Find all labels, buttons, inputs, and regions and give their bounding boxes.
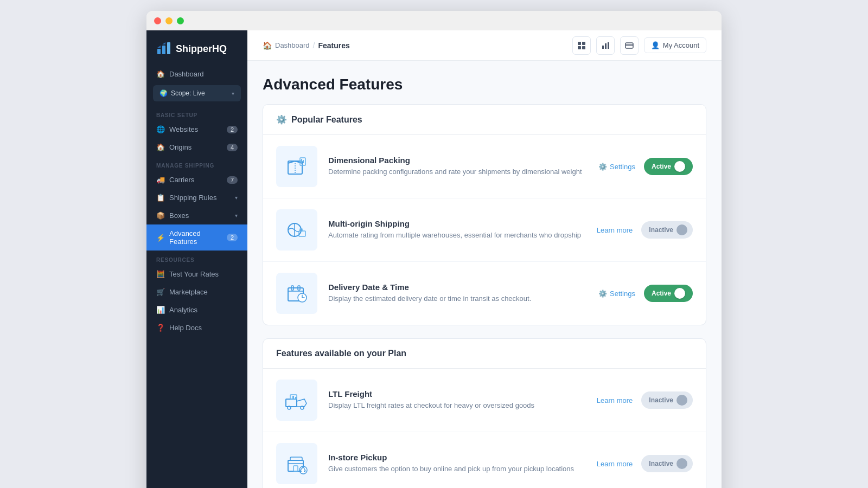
feature-row-dimensional-packing: Dimensional Packing Determine packing co… (263, 135, 706, 198)
toggle-delivery-date[interactable]: Active (644, 285, 693, 302)
svg-rect-2 (167, 42, 170, 54)
sidebar-item-test-your-rates[interactable]: 🧮 Test Your Rates (146, 265, 247, 283)
sidebar-nav: BASIC SETUP 🌐 Websites 2 🏠 Origins 4 (146, 106, 247, 483)
feature-row-delivery-date: Delivery Date & Time Display the estimat… (263, 262, 706, 325)
scope-dropdown[interactable]: 🌍 Scope: Live ▾ (153, 85, 241, 101)
logo-text: ShipperHQ (176, 43, 227, 55)
carriers-label: Carriers (169, 176, 194, 184)
maximize-dot[interactable] (177, 17, 184, 24)
feature-controls-delivery-date: ⚙️ Settings Active (598, 285, 693, 302)
account-label: My Account (663, 41, 699, 49)
feature-info-ltl-freight: LTL Freight Display LTL freight rates at… (328, 389, 586, 410)
marketplace-label: Marketplace (169, 288, 208, 296)
toggle-circle-delivery-date (674, 288, 685, 299)
feature-desc-multi-origin: Automate rating from multiple warehouses… (328, 230, 586, 240)
feature-controls-instore-pickup: Learn more Inactive (597, 455, 693, 472)
toggle-circle-dimensional-packing (674, 161, 685, 172)
carriers-badge: 7 (227, 176, 238, 184)
section-label-resources: RESOURCES (146, 251, 247, 265)
origins-label: Origins (169, 143, 192, 151)
breadcrumb-separator: / (313, 41, 315, 50)
feature-info-delivery-date: Delivery Date & Time Display the estimat… (328, 282, 588, 304)
breadcrumb-home: Dashboard (275, 41, 310, 49)
websites-icon: 🌐 (156, 125, 165, 133)
chart-icon-button[interactable] (596, 36, 615, 55)
svg-rect-28 (286, 399, 297, 407)
feature-thumb-delivery-date (276, 273, 317, 314)
settings-link-dimensional-packing[interactable]: ⚙️ Settings (598, 163, 635, 171)
learn-link-instore-pickup[interactable]: Learn more (597, 460, 633, 468)
sidebar-item-carriers[interactable]: 🚚 Carriers 7 (146, 171, 247, 189)
shipping-rules-icon: 📋 (156, 194, 165, 202)
toggle-circle-ltl-freight (676, 395, 687, 406)
websites-badge: 2 (227, 126, 238, 133)
svg-point-38 (304, 471, 305, 472)
feature-info-multi-origin: Multi-origin Shipping Automate rating fr… (328, 219, 586, 240)
svg-rect-33 (295, 397, 297, 399)
app-body: ShipperHQ 🏠 Dashboard 🌍 Scope: Live ▾ (146, 30, 722, 488)
svg-rect-14 (608, 42, 609, 49)
sidebar-item-shipping-rules[interactable]: 📋 Shipping Rules ▾ (146, 189, 247, 207)
feature-desc-instore-pickup: Give customers the option to buy online … (328, 464, 586, 474)
sidebar-item-marketplace[interactable]: 🛒 Marketplace (146, 283, 247, 301)
svg-rect-13 (605, 43, 607, 49)
popular-section-icon: ⚙️ (276, 114, 287, 125)
chevron-boxes-icon: ▾ (235, 213, 238, 219)
grid-icon-button[interactable] (572, 36, 591, 55)
toggle-ltl-freight[interactable]: Inactive (641, 391, 693, 409)
chevron-down-icon: ▾ (232, 91, 234, 97)
plan-features-section: Features available on your Plan (263, 338, 706, 488)
carriers-icon: 🚚 (156, 176, 165, 184)
sidebar-logo: ShipperHQ (146, 30, 247, 65)
svg-rect-11 (582, 46, 585, 49)
sidebar-item-boxes[interactable]: 📦 Boxes ▾ (146, 207, 247, 224)
page-content: Advanced Features ⚙️ Popular Features (247, 61, 722, 488)
feature-row-instore-pickup: In-store Pickup Give customers the optio… (263, 432, 706, 488)
settings-gear-delivery-icon: ⚙️ (598, 290, 607, 298)
feature-row-ltl-freight: LTL Freight Display LTL freight rates at… (263, 369, 706, 432)
help-icon: ❓ (156, 324, 165, 332)
feature-name-multi-origin: Multi-origin Shipping (328, 219, 586, 228)
learn-link-multi-origin[interactable]: Learn more (597, 226, 633, 234)
feature-name-instore-pickup: In-store Pickup (328, 453, 586, 462)
close-dot[interactable] (154, 17, 161, 24)
feature-controls-multi-origin: Learn more Inactive (597, 221, 693, 239)
svg-rect-32 (292, 396, 294, 399)
settings-gear-icon: ⚙️ (598, 163, 607, 171)
toggle-instore-pickup[interactable]: Inactive (641, 455, 693, 472)
feature-thumb-instore-pickup (276, 443, 317, 484)
advanced-features-icon: ⚡ (156, 234, 165, 242)
topbar: 🏠 Dashboard / Features (247, 30, 722, 61)
popular-section-header: ⚙️ Popular Features (263, 105, 706, 135)
advanced-features-badge: 2 (227, 234, 238, 241)
origins-badge: 4 (227, 144, 238, 151)
settings-link-delivery-date[interactable]: ⚙️ Settings (598, 290, 635, 298)
dashboard-label: Dashboard (169, 70, 204, 78)
help-docs-label: Help Docs (169, 324, 202, 332)
sidebar-item-websites[interactable]: 🌐 Websites 2 (146, 120, 247, 138)
popular-section-title: Popular Features (291, 115, 362, 125)
origins-icon: 🏠 (156, 143, 165, 151)
popular-features-section: ⚙️ Popular Features (263, 104, 706, 325)
minimize-dot[interactable] (165, 17, 173, 24)
svg-rect-8 (578, 42, 581, 45)
svg-rect-35 (293, 466, 298, 471)
card-icon-button[interactable] (620, 36, 639, 55)
sidebar-item-advanced-features[interactable]: ⚡ Advanced Features 2 (146, 224, 247, 251)
sidebar-item-origins[interactable]: 🏠 Origins 4 (146, 138, 247, 156)
toggle-multi-origin[interactable]: Inactive (641, 221, 693, 239)
test-rates-label: Test Your Rates (169, 270, 219, 278)
sidebar-item-analytics[interactable]: 📊 Analytics (146, 301, 247, 319)
svg-rect-12 (602, 46, 604, 49)
sidebar-item-help-docs[interactable]: ❓ Help Docs (146, 319, 247, 337)
main-content: 🏠 Dashboard / Features (247, 30, 722, 488)
toggle-dimensional-packing[interactable]: Active (644, 158, 693, 175)
feature-desc-ltl-freight: Display LTL freight rates at checkout fo… (328, 401, 586, 410)
home-icon: 🏠 (156, 70, 165, 78)
feature-desc-dimensional-packing: Determine packing configurations and rat… (328, 167, 588, 177)
my-account-button[interactable]: 👤 My Account (644, 37, 706, 53)
learn-link-ltl-freight[interactable]: Learn more (597, 396, 633, 404)
sidebar-item-dashboard[interactable]: 🏠 Dashboard (146, 65, 247, 83)
svg-rect-0 (157, 49, 161, 54)
svg-rect-9 (582, 42, 585, 45)
